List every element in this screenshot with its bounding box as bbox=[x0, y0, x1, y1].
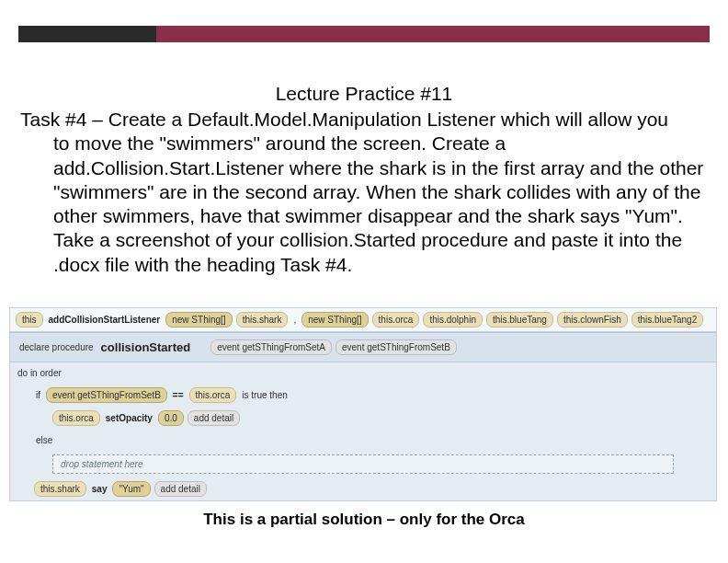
task-body: to move the "swimmers" around the screen… bbox=[20, 132, 710, 277]
array2-item-2: this.blueTang bbox=[486, 312, 553, 327]
opacity-value: 0.0 bbox=[158, 410, 184, 426]
if-row: if event getSThingFromSetB == this.orca … bbox=[10, 384, 716, 407]
say-row: this.shark say "Yum" add detail bbox=[10, 477, 716, 500]
this-token: this bbox=[16, 312, 43, 327]
add-listener-line: this addCollisionStartListener new SThin… bbox=[10, 308, 716, 332]
task-lead: Task #4 – Create a Default.Model.Manipul… bbox=[20, 109, 668, 130]
slide-header-bar bbox=[18, 26, 710, 42]
procedure-header: declare procedure collisionStarted event… bbox=[10, 332, 716, 362]
task-description: Task #4 – Create a Default.Model.Manipul… bbox=[20, 108, 710, 277]
procedure-name: collisionStarted bbox=[99, 339, 193, 356]
array2-item-3: this.clownFish bbox=[557, 312, 628, 327]
if-tail: is true then bbox=[240, 388, 289, 402]
array2-item-0: this.orca bbox=[372, 312, 420, 327]
else-row: else bbox=[10, 430, 716, 451]
comma: , bbox=[291, 313, 298, 327]
say-detail: add detail bbox=[154, 481, 207, 497]
param-b: event getSThingFromSetB bbox=[336, 339, 457, 355]
header-bar-dark bbox=[18, 26, 156, 42]
say-value: "Yum" bbox=[112, 481, 150, 497]
method-name: addCollisionStartListener bbox=[47, 313, 163, 327]
declare-label: declare procedure bbox=[17, 340, 96, 354]
lecture-title: Lecture Practice #11 bbox=[0, 83, 728, 105]
opacity-target: this.orca bbox=[52, 410, 100, 426]
array2-item-1: this.dolphin bbox=[423, 312, 483, 327]
array1-item: this.shark bbox=[236, 312, 289, 327]
param-a: event getSThingFromSetA bbox=[210, 339, 332, 355]
array2-item-4: this.blueTang2 bbox=[631, 312, 704, 327]
do-in-order-label: do in order bbox=[16, 366, 63, 380]
array1-label: new SThing[] bbox=[165, 312, 232, 327]
say-method: say bbox=[90, 482, 109, 496]
drop-statement-placeholder: drop statement here bbox=[52, 454, 674, 474]
else-keyword: else bbox=[34, 433, 54, 447]
caption: This is a partial solution – only for th… bbox=[0, 511, 728, 529]
equals-op: == bbox=[171, 388, 186, 402]
opacity-detail: add detail bbox=[188, 410, 240, 426]
if-expr-right: this.orca bbox=[189, 387, 237, 403]
header-bar-accent bbox=[156, 26, 710, 42]
say-target: this.shark bbox=[34, 481, 86, 497]
do-in-order: do in order bbox=[10, 362, 716, 384]
if-keyword: if bbox=[34, 388, 42, 402]
if-expr-left: event getSThingFromSetB bbox=[46, 387, 167, 403]
alice-code-screenshot: this addCollisionStartListener new SThin… bbox=[9, 307, 717, 501]
array2-label: new SThing[] bbox=[301, 312, 368, 327]
opacity-method: setOpacity bbox=[104, 411, 154, 425]
set-opacity-row: this.orca setOpacity 0.0 add detail bbox=[10, 407, 716, 430]
